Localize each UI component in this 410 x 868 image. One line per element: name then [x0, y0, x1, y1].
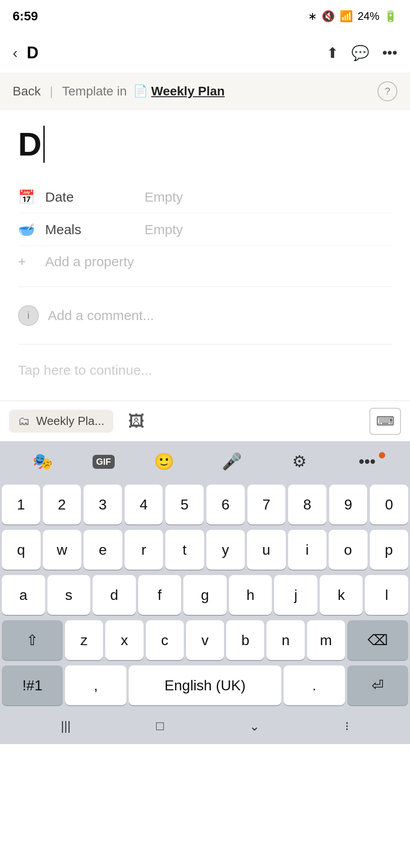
share-icon[interactable]: ⬆	[326, 44, 339, 61]
key-x[interactable]: x	[105, 620, 143, 660]
tap-to-continue[interactable]: Tap here to continue...	[18, 354, 392, 392]
key-h[interactable]: h	[229, 575, 272, 615]
sys-nav-home[interactable]: □	[156, 719, 164, 733]
key-p[interactable]: p	[370, 530, 409, 570]
special-chars-label: !#1	[22, 677, 42, 694]
key-f[interactable]: f	[138, 575, 182, 615]
key-c[interactable]: c	[146, 620, 184, 660]
key-k[interactable]: k	[320, 575, 363, 615]
sticker-icon[interactable]: 🎭	[25, 452, 61, 471]
key-9[interactable]: 9	[329, 485, 368, 524]
sys-nav-back[interactable]: |||	[61, 719, 71, 733]
period-label: .	[312, 677, 316, 694]
breadcrumb-separator: |	[50, 84, 62, 99]
enter-icon: ⏎	[372, 677, 384, 694]
key-j[interactable]: j	[274, 575, 317, 615]
property-meals-row[interactable]: 🥣 Meals Empty	[18, 213, 392, 246]
toolbar-page-icon: 🗂	[18, 414, 30, 428]
comment-row[interactable]: i Add a comment...	[18, 296, 392, 335]
date-property-value[interactable]: Empty	[144, 189, 392, 205]
key-l[interactable]: l	[365, 575, 408, 615]
key-o[interactable]: o	[329, 530, 368, 570]
key-e[interactable]: e	[84, 530, 122, 570]
key-g[interactable]: g	[183, 575, 227, 615]
key-4[interactable]: 4	[125, 485, 163, 524]
meals-property-label: Meals	[45, 222, 144, 237]
enter-key[interactable]: ⏎	[347, 665, 408, 705]
key-5[interactable]: 5	[165, 485, 204, 524]
space-label: English (UK)	[164, 677, 246, 694]
key-v[interactable]: v	[186, 620, 224, 660]
sys-nav-down[interactable]: ⌄	[249, 719, 260, 734]
more-options-icon[interactable]: •••	[382, 44, 397, 61]
notification-dot	[379, 452, 385, 458]
sys-nav-grid[interactable]: ⁝	[345, 719, 349, 734]
keyboard-bottom-row: !#1 , English (UK) . ⏎	[0, 663, 410, 708]
comment-avatar: i	[18, 305, 39, 326]
backspace-icon: ⌫	[368, 632, 388, 649]
microphone-icon[interactable]: 🎤	[214, 452, 250, 471]
shift-icon: ⇧	[26, 632, 38, 649]
status-bar: 6:59 ∗ 🔇 📶 24% 🔋	[0, 0, 410, 33]
backspace-key[interactable]: ⌫	[347, 620, 408, 660]
property-date-row[interactable]: 📅 Date Empty	[18, 181, 392, 213]
mute-icon: 🔇	[321, 10, 335, 23]
breadcrumb-help-button[interactable]: ?	[377, 81, 397, 101]
key-1[interactable]: 1	[2, 485, 40, 524]
tap-continue-text: Tap here to continue...	[18, 363, 152, 377]
key-s[interactable]: s	[47, 575, 91, 615]
key-m[interactable]: m	[307, 620, 345, 660]
key-b[interactable]: b	[226, 620, 264, 660]
page-title[interactable]: D	[18, 126, 45, 163]
shift-key[interactable]: ⇧	[2, 620, 63, 660]
main-content: D 📅 Date Empty 🥣 Meals Empty + Add a pro…	[0, 109, 410, 401]
special-chars-key[interactable]: !#1	[2, 665, 63, 705]
breadcrumb-doc-icon: 📄	[133, 84, 151, 98]
back-arrow-icon[interactable]: ‹	[13, 44, 18, 61]
key-n[interactable]: n	[266, 620, 304, 660]
comma-key[interactable]: ,	[65, 665, 126, 705]
toolbar-keyboard-button[interactable]: ⌨	[369, 408, 401, 435]
keyboard-row3: ⇧ z x c v b n m ⌫	[0, 618, 410, 663]
content-divider	[18, 287, 392, 287]
breadcrumb-page-title[interactable]: Weekly Plan	[151, 84, 225, 99]
key-u[interactable]: u	[247, 530, 286, 570]
spacebar-key[interactable]: English (UK)	[129, 665, 281, 705]
keyboard-row2: a s d f g h j k l	[0, 572, 410, 618]
date-property-icon: 📅	[18, 189, 36, 205]
toolbar-page-label: Weekly Pla...	[36, 414, 104, 428]
key-3[interactable]: 3	[84, 485, 122, 524]
key-t[interactable]: t	[165, 530, 204, 570]
key-d[interactable]: d	[93, 575, 136, 615]
key-7[interactable]: 7	[247, 485, 286, 524]
toolbar-image-button[interactable]: 🖼	[121, 408, 152, 435]
key-w[interactable]: w	[43, 530, 82, 570]
key-2[interactable]: 2	[43, 485, 81, 524]
meals-property-value[interactable]: Empty	[144, 222, 392, 237]
breadcrumb-left: Back | Template in 📄 Weekly Plan	[13, 84, 225, 99]
add-property-row[interactable]: + Add a property	[18, 246, 392, 278]
gif-button[interactable]: GIF	[93, 455, 115, 469]
key-6[interactable]: 6	[206, 485, 245, 524]
keyboard-more-icon[interactable]: •••	[359, 452, 376, 471]
key-0[interactable]: 0	[370, 485, 408, 524]
key-q[interactable]: q	[2, 530, 41, 570]
key-i[interactable]: i	[288, 530, 327, 570]
key-z[interactable]: z	[65, 620, 103, 660]
key-y[interactable]: y	[206, 530, 245, 570]
nav-bar: ‹ D ⬆ 💬 •••	[0, 33, 410, 73]
key-a[interactable]: a	[2, 575, 45, 615]
key-r[interactable]: r	[125, 530, 163, 570]
add-property-label: Add a property	[45, 254, 134, 269]
properties-section: 📅 Date Empty 🥣 Meals Empty + Add a prope…	[18, 181, 392, 278]
key-8[interactable]: 8	[288, 485, 326, 524]
settings-icon[interactable]: ⚙	[281, 452, 317, 471]
comment-icon[interactable]: 💬	[351, 44, 369, 61]
comma-label: ,	[94, 677, 98, 694]
toolbar-image-icon: 🖼	[128, 412, 144, 431]
period-key[interactable]: .	[284, 665, 345, 705]
toolbar-page-item[interactable]: 🗂 Weekly Pla...	[9, 410, 113, 433]
comment-placeholder[interactable]: Add a comment...	[48, 308, 154, 323]
breadcrumb-back-button[interactable]: Back	[13, 84, 50, 99]
emoji-icon[interactable]: 🙂	[146, 452, 182, 471]
